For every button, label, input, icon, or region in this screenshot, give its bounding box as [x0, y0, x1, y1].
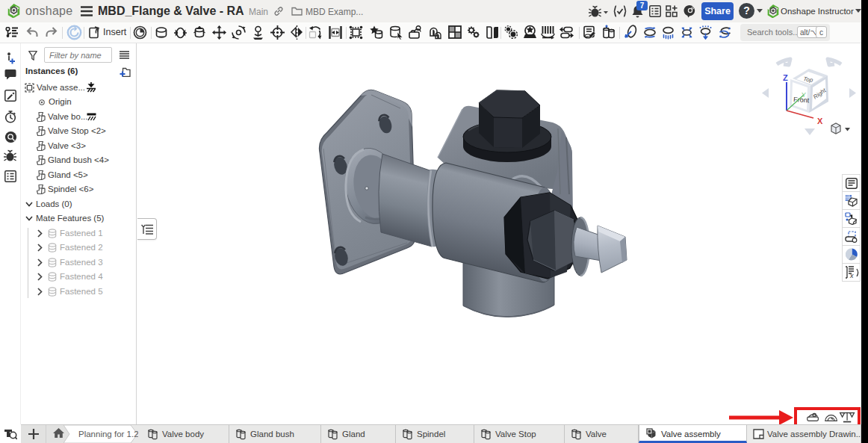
svg-text:x: x — [849, 272, 854, 279]
svg-text:Planning for 1.2: Planning for 1.2 — [78, 430, 138, 439]
